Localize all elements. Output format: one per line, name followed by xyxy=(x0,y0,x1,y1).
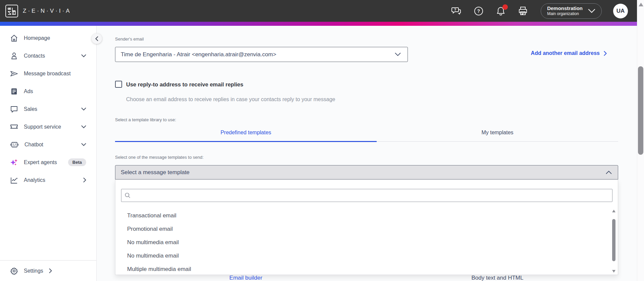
sidebar-item-contacts[interactable]: Contacts xyxy=(0,47,96,65)
chat-question-icon[interactable]: ? xyxy=(451,6,462,16)
sidebar-item-label: Settings xyxy=(24,268,43,274)
ticket-icon xyxy=(10,123,18,131)
sidebar-item-label: Sales xyxy=(24,106,37,112)
chevron-left-icon xyxy=(95,36,98,41)
user-avatar[interactable]: UA xyxy=(613,4,628,18)
template-dropdown-header[interactable]: Select a message template xyxy=(115,165,618,180)
scroll-up-arrow-icon[interactable] xyxy=(612,210,615,212)
zenvia-logo-glyph xyxy=(7,7,16,15)
page-scrollbar-thumb[interactable] xyxy=(638,66,643,155)
reply-to-checkbox-label: Use reply-to address to receive email re… xyxy=(126,81,243,88)
chevron-down-icon xyxy=(81,108,86,111)
organization-selector[interactable]: Demonstration Main organization xyxy=(541,3,602,19)
svg-text:?: ? xyxy=(454,8,456,11)
beta-badge: Beta xyxy=(68,158,86,166)
add-email-address-link[interactable]: Add another email address xyxy=(531,50,607,56)
sidebar-item-label: Analytics xyxy=(24,177,45,183)
home-icon xyxy=(10,34,18,42)
sidebar: Homepage Contacts Message broadcast xyxy=(0,26,97,281)
options-scrollbar[interactable] xyxy=(611,210,616,273)
options-scrollbar-thumb[interactable] xyxy=(612,219,615,261)
chevron-down-icon xyxy=(588,9,595,13)
template-option[interactable]: Transactional email xyxy=(115,209,608,222)
template-search-box xyxy=(121,189,612,202)
brand-gradient-bar xyxy=(0,22,644,26)
organization-text: Demonstration Main organization xyxy=(547,5,583,17)
template-options-list: Transactional email Promotional email No… xyxy=(115,209,608,276)
reply-to-helper-text: Choose an email address to receive repli… xyxy=(126,96,335,102)
organization-subtitle: Main organization xyxy=(547,11,583,16)
analytics-icon xyxy=(10,176,18,184)
topbar: Z·E·N·V·I·A ? ? xyxy=(0,0,644,22)
ads-icon xyxy=(10,87,18,95)
chevron-right-icon xyxy=(604,51,607,56)
sparkles-icon xyxy=(10,158,18,166)
sidebar-collapse-button[interactable] xyxy=(92,33,102,44)
chevron-down-icon xyxy=(81,125,86,128)
template-search-input[interactable] xyxy=(133,193,609,199)
sidebar-item-label: Contacts xyxy=(24,53,45,59)
template-option[interactable]: Multiple multimedia email xyxy=(115,263,608,276)
chevron-down-icon xyxy=(81,54,86,57)
page-scroll-up-arrow-icon[interactable] xyxy=(639,3,643,6)
robot-icon xyxy=(10,141,19,149)
person-icon xyxy=(10,52,18,60)
sidebar-item-chatbot[interactable]: Chatbot xyxy=(0,136,96,153)
sidebar-item-support-service[interactable]: Support service xyxy=(0,118,96,136)
sidebar-item-label: Homepage xyxy=(24,35,50,41)
template-library-tabs: Predefined templates My templates xyxy=(115,130,618,142)
sender-email-select[interactable]: Time de Engenharia - Atrair <engenharia.… xyxy=(115,47,408,62)
sidebar-item-ads[interactable]: Ads xyxy=(0,82,96,100)
brand-wordmark: Z·E·N·V·I·A xyxy=(23,8,71,14)
svg-text:?: ? xyxy=(477,8,480,14)
add-email-address-label: Add another email address xyxy=(531,50,600,56)
editor-mode-tabs: Email builder Body text and HTML xyxy=(115,275,618,281)
template-dropdown-panel: Transactional email Promotional email No… xyxy=(115,180,618,275)
sidebar-item-label: Expert agents xyxy=(24,159,57,165)
tab-email-builder[interactable]: Email builder xyxy=(115,275,377,281)
sender-email-value: Time de Engenharia - Atrair <engenharia.… xyxy=(121,51,395,58)
tab-predefined-templates[interactable]: Predefined templates xyxy=(115,130,377,142)
page-scrollbar[interactable] xyxy=(637,0,644,281)
template-option[interactable]: No multimedia email xyxy=(115,236,608,249)
chevron-down-icon xyxy=(81,143,86,146)
template-dropdown-value: Select a message template xyxy=(121,169,606,176)
chat-bubble-icon xyxy=(10,105,18,113)
template-library-label: Select a template library to use: xyxy=(115,117,176,122)
send-icon xyxy=(10,70,18,78)
notification-badge xyxy=(502,4,508,10)
main-content: Sender's email Time de Engenharia - Atra… xyxy=(97,26,637,281)
sidebar-item-label: Message broadcast xyxy=(24,71,71,77)
avatar-initials: UA xyxy=(616,8,625,14)
sidebar-item-message-broadcast[interactable]: Message broadcast xyxy=(0,65,96,82)
sidebar-item-sales[interactable]: Sales xyxy=(0,100,96,118)
sender-email-label: Sender's email xyxy=(115,37,144,42)
bell-icon[interactable] xyxy=(496,6,506,16)
sidebar-menu: Homepage Contacts Message broadcast xyxy=(0,26,96,189)
sidebar-item-homepage[interactable]: Homepage xyxy=(0,29,96,47)
sidebar-item-expert-agents[interactable]: Expert agents Beta xyxy=(0,153,96,171)
help-circle-icon[interactable]: ? xyxy=(474,6,484,16)
organization-name: Demonstration xyxy=(547,5,583,12)
template-option[interactable]: Promotional email xyxy=(115,222,608,236)
chevron-up-icon xyxy=(606,170,612,174)
chevron-down-icon xyxy=(395,53,401,56)
sidebar-item-settings[interactable]: Settings xyxy=(0,260,96,281)
template-select-label: Select one of the message templates to s… xyxy=(115,155,204,160)
sidebar-item-label: Support service xyxy=(24,124,61,130)
search-icon xyxy=(125,193,130,198)
sidebar-item-analytics[interactable]: Analytics xyxy=(0,171,96,189)
chevron-right-icon xyxy=(83,178,86,183)
tab-body-text-html[interactable]: Body text and HTML xyxy=(377,275,618,281)
app-page: Z·E·N·V·I·A ? ? xyxy=(0,0,644,281)
zenvia-logo-icon[interactable] xyxy=(5,5,18,17)
scroll-down-arrow-icon[interactable] xyxy=(612,270,615,273)
template-option[interactable]: No multimedia email xyxy=(115,249,608,263)
tab-my-templates[interactable]: My templates xyxy=(377,130,618,141)
chevron-right-icon xyxy=(49,268,52,273)
gear-icon xyxy=(10,267,18,275)
reply-to-checkbox[interactable] xyxy=(115,81,122,88)
sidebar-item-label: Ads xyxy=(24,88,33,94)
printer-icon[interactable] xyxy=(518,6,528,16)
sidebar-item-label: Chatbot xyxy=(24,142,43,148)
